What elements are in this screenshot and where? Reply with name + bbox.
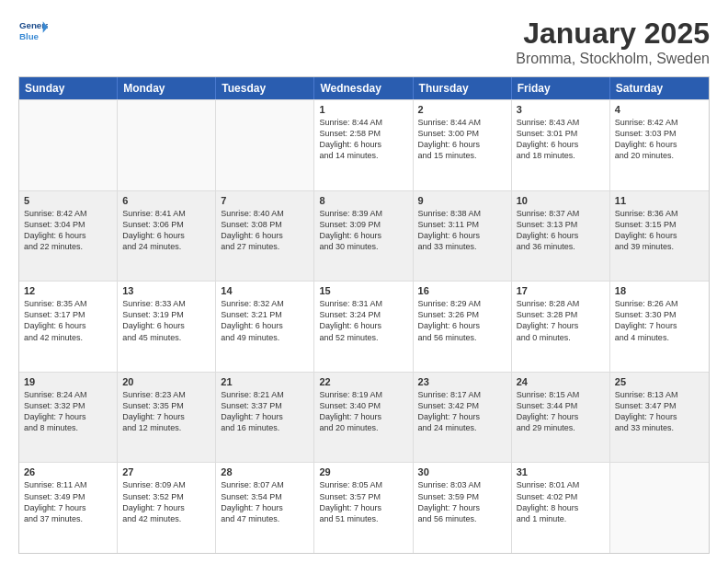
day-number: 4 xyxy=(615,104,704,115)
day-cell-20: 20Sunrise: 8:23 AMSunset: 3:35 PMDayligh… xyxy=(118,373,216,463)
day-info: Sunrise: 8:11 AMSunset: 3:49 PMDaylight:… xyxy=(24,479,112,524)
header-day-saturday: Saturday xyxy=(610,77,709,99)
day-cell-25: 25Sunrise: 8:13 AMSunset: 3:47 PMDayligh… xyxy=(610,373,709,463)
svg-text:Blue: Blue xyxy=(19,31,40,41)
calendar-body: 1Sunrise: 8:44 AMSunset: 2:58 PMDaylight… xyxy=(19,99,709,553)
day-cell-5: 5Sunrise: 8:42 AMSunset: 3:04 PMDaylight… xyxy=(19,191,118,282)
day-cell-8: 8Sunrise: 8:39 AMSunset: 3:09 PMDaylight… xyxy=(314,191,413,282)
day-cell-26: 26Sunrise: 8:11 AMSunset: 3:49 PMDayligh… xyxy=(19,463,118,553)
day-info: Sunrise: 8:42 AMSunset: 3:04 PMDaylight:… xyxy=(24,208,112,253)
day-info: Sunrise: 8:41 AMSunset: 3:06 PMDaylight:… xyxy=(122,208,210,253)
day-cell-12: 12Sunrise: 8:35 AMSunset: 3:17 PMDayligh… xyxy=(19,282,118,372)
day-number: 11 xyxy=(615,195,704,206)
day-number: 24 xyxy=(517,376,605,387)
header-day-thursday: Thursday xyxy=(414,77,512,99)
day-number: 3 xyxy=(517,104,605,115)
calendar-header: SundayMondayTuesdayWednesdayThursdayFrid… xyxy=(19,77,709,99)
day-number: 21 xyxy=(221,376,309,387)
day-cell-24: 24Sunrise: 8:15 AMSunset: 3:44 PMDayligh… xyxy=(512,373,610,463)
logo-icon: General Blue xyxy=(18,17,48,46)
empty-cell xyxy=(610,463,709,553)
day-info: Sunrise: 8:05 AMSunset: 3:57 PMDaylight:… xyxy=(319,479,407,524)
day-number: 8 xyxy=(319,195,407,206)
day-number: 7 xyxy=(221,195,309,206)
day-cell-16: 16Sunrise: 8:29 AMSunset: 3:26 PMDayligh… xyxy=(414,282,512,372)
day-info: Sunrise: 8:32 AMSunset: 3:21 PMDaylight:… xyxy=(221,298,309,343)
day-info: Sunrise: 8:38 AMSunset: 3:11 PMDaylight:… xyxy=(418,208,506,253)
day-number: 29 xyxy=(319,466,407,477)
day-number: 30 xyxy=(418,466,506,477)
day-number: 27 xyxy=(122,466,210,477)
day-cell-31: 31Sunrise: 8:01 AMSunset: 4:02 PMDayligh… xyxy=(512,463,610,553)
day-cell-14: 14Sunrise: 8:32 AMSunset: 3:21 PMDayligh… xyxy=(216,282,314,372)
header-day-tuesday: Tuesday xyxy=(216,77,314,99)
header-day-sunday: Sunday xyxy=(19,77,118,99)
day-info: Sunrise: 8:15 AMSunset: 3:44 PMDaylight:… xyxy=(517,389,605,434)
day-number: 6 xyxy=(122,195,210,206)
header-day-friday: Friday xyxy=(512,77,610,99)
day-info: Sunrise: 8:01 AMSunset: 4:02 PMDaylight:… xyxy=(517,479,605,524)
day-cell-21: 21Sunrise: 8:21 AMSunset: 3:37 PMDayligh… xyxy=(216,373,314,463)
day-number: 10 xyxy=(517,195,605,206)
day-cell-3: 3Sunrise: 8:43 AMSunset: 3:01 PMDaylight… xyxy=(512,100,610,190)
day-number: 15 xyxy=(319,285,407,296)
day-cell-22: 22Sunrise: 8:19 AMSunset: 3:40 PMDayligh… xyxy=(314,373,413,463)
week-row-3: 12Sunrise: 8:35 AMSunset: 3:17 PMDayligh… xyxy=(19,281,709,372)
week-row-5: 26Sunrise: 8:11 AMSunset: 3:49 PMDayligh… xyxy=(19,462,709,553)
day-number: 9 xyxy=(418,195,506,206)
week-row-2: 5Sunrise: 8:42 AMSunset: 3:04 PMDaylight… xyxy=(19,190,709,282)
day-cell-19: 19Sunrise: 8:24 AMSunset: 3:32 PMDayligh… xyxy=(19,373,118,463)
day-cell-6: 6Sunrise: 8:41 AMSunset: 3:06 PMDaylight… xyxy=(118,191,216,282)
day-number: 14 xyxy=(221,285,309,296)
day-info: Sunrise: 8:23 AMSunset: 3:35 PMDaylight:… xyxy=(122,389,210,434)
day-cell-2: 2Sunrise: 8:44 AMSunset: 3:00 PMDaylight… xyxy=(414,100,512,190)
header: General Blue January 2025 Bromma, Stockh… xyxy=(18,17,710,67)
calendar: SundayMondayTuesdayWednesdayThursdayFrid… xyxy=(18,76,710,554)
day-number: 26 xyxy=(24,466,112,477)
day-info: Sunrise: 8:26 AMSunset: 3:30 PMDaylight:… xyxy=(615,298,704,343)
day-cell-9: 9Sunrise: 8:38 AMSunset: 3:11 PMDaylight… xyxy=(414,191,512,282)
day-info: Sunrise: 8:36 AMSunset: 3:15 PMDaylight:… xyxy=(615,208,704,253)
day-info: Sunrise: 8:17 AMSunset: 3:42 PMDaylight:… xyxy=(418,389,506,434)
day-cell-7: 7Sunrise: 8:40 AMSunset: 3:08 PMDaylight… xyxy=(216,191,314,282)
day-cell-15: 15Sunrise: 8:31 AMSunset: 3:24 PMDayligh… xyxy=(314,282,413,372)
day-number: 13 xyxy=(122,285,210,296)
day-cell-1: 1Sunrise: 8:44 AMSunset: 2:58 PMDaylight… xyxy=(314,100,413,190)
day-number: 19 xyxy=(24,376,112,387)
day-number: 17 xyxy=(517,285,605,296)
day-info: Sunrise: 8:07 AMSunset: 3:54 PMDaylight:… xyxy=(221,479,309,524)
header-day-wednesday: Wednesday xyxy=(314,77,413,99)
empty-cell xyxy=(216,100,314,190)
day-cell-27: 27Sunrise: 8:09 AMSunset: 3:52 PMDayligh… xyxy=(118,463,216,553)
day-number: 31 xyxy=(517,466,605,477)
day-info: Sunrise: 8:19 AMSunset: 3:40 PMDaylight:… xyxy=(319,389,407,434)
day-info: Sunrise: 8:29 AMSunset: 3:26 PMDaylight:… xyxy=(418,298,506,343)
day-number: 12 xyxy=(24,285,112,296)
day-number: 1 xyxy=(319,104,407,115)
logo: General Blue xyxy=(18,17,48,46)
day-info: Sunrise: 8:21 AMSunset: 3:37 PMDaylight:… xyxy=(221,389,309,434)
day-number: 5 xyxy=(24,195,112,206)
day-info: Sunrise: 8:40 AMSunset: 3:08 PMDaylight:… xyxy=(221,208,309,253)
day-info: Sunrise: 8:28 AMSunset: 3:28 PMDaylight:… xyxy=(517,298,605,343)
day-info: Sunrise: 8:44 AMSunset: 2:58 PMDaylight:… xyxy=(319,117,407,162)
day-cell-13: 13Sunrise: 8:33 AMSunset: 3:19 PMDayligh… xyxy=(118,282,216,372)
day-info: Sunrise: 8:42 AMSunset: 3:03 PMDaylight:… xyxy=(615,117,704,162)
day-cell-4: 4Sunrise: 8:42 AMSunset: 3:03 PMDaylight… xyxy=(610,100,709,190)
day-info: Sunrise: 8:39 AMSunset: 3:09 PMDaylight:… xyxy=(319,208,407,253)
day-info: Sunrise: 8:09 AMSunset: 3:52 PMDaylight:… xyxy=(122,479,210,524)
page: General Blue January 2025 Bromma, Stockh… xyxy=(0,0,728,563)
day-cell-30: 30Sunrise: 8:03 AMSunset: 3:59 PMDayligh… xyxy=(414,463,512,553)
title-block: January 2025 Bromma, Stockholm, Sweden xyxy=(516,17,710,67)
day-number: 2 xyxy=(418,104,506,115)
day-number: 20 xyxy=(122,376,210,387)
day-number: 16 xyxy=(418,285,506,296)
subtitle: Bromma, Stockholm, Sweden xyxy=(516,51,710,67)
day-info: Sunrise: 8:43 AMSunset: 3:01 PMDaylight:… xyxy=(517,117,605,162)
day-number: 23 xyxy=(418,376,506,387)
day-info: Sunrise: 8:37 AMSunset: 3:13 PMDaylight:… xyxy=(517,208,605,253)
day-cell-23: 23Sunrise: 8:17 AMSunset: 3:42 PMDayligh… xyxy=(414,373,512,463)
day-cell-18: 18Sunrise: 8:26 AMSunset: 3:30 PMDayligh… xyxy=(610,282,709,372)
day-cell-11: 11Sunrise: 8:36 AMSunset: 3:15 PMDayligh… xyxy=(610,191,709,282)
day-number: 25 xyxy=(615,376,704,387)
